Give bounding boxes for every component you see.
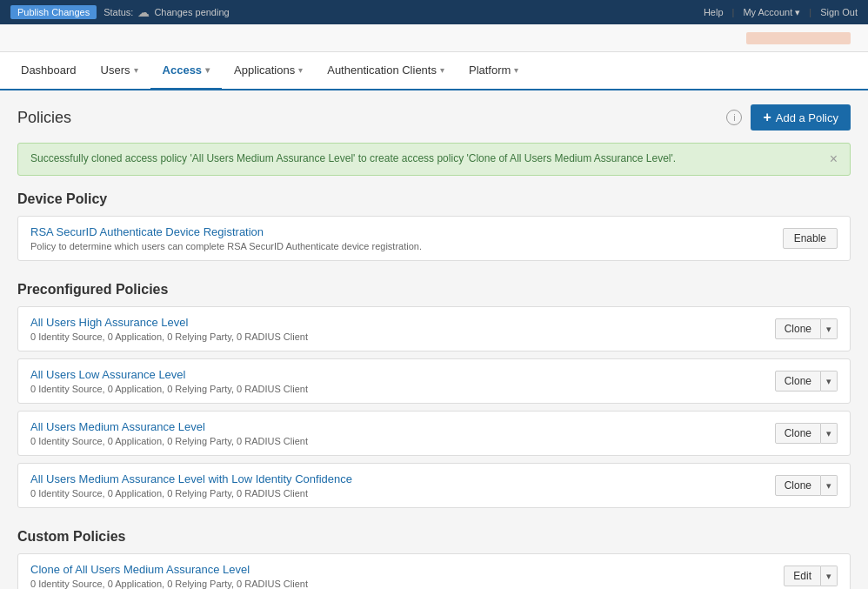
policy-action-group: Clone ▾	[775, 475, 838, 496]
chevron-down-icon: ▾	[795, 7, 800, 17]
preconfigured-policies-section: Preconfigured Policies All Users High As…	[17, 282, 851, 508]
policy-action-group: Edit ▾	[784, 566, 838, 586]
clone-button[interactable]: Clone	[775, 318, 821, 339]
branding-bar	[0, 24, 868, 52]
list-item: All Users Low Assurance Level 0 Identity…	[17, 358, 851, 404]
policy-meta: 0 Identity Source, 0 Application, 0 Rely…	[30, 436, 775, 446]
policy-info: All Users Low Assurance Level 0 Identity…	[30, 368, 775, 394]
device-policy-card: RSA SecurID Authenticate Device Registra…	[17, 216, 851, 261]
policy-name[interactable]: All Users Medium Assurance Level	[30, 420, 205, 433]
nav-item-access[interactable]: Access ▾	[150, 52, 223, 90]
policy-meta: 0 Identity Source, 0 Application, 0 Rely…	[30, 331, 775, 342]
nav-item-platform[interactable]: Platform ▾	[457, 52, 531, 90]
status-label: Status:	[103, 7, 133, 17]
main-content: Policies i + Add a Policy Successfully c…	[0, 90, 868, 589]
list-item: Clone of All Users Medium Assurance Leve…	[17, 553, 851, 589]
policy-meta: 0 Identity Source, 0 Application, 0 Rely…	[30, 579, 784, 589]
changes-label: Changes pending	[154, 7, 229, 17]
sign-out-link[interactable]: Sign Out	[820, 7, 858, 17]
info-icon[interactable]: i	[726, 110, 742, 125]
edit-dropdown-button[interactable]: ▾	[821, 566, 838, 586]
chevron-down-icon: ▾	[205, 65, 210, 75]
separator-2: |	[809, 7, 811, 17]
policy-action-group: Clone ▾	[775, 371, 838, 392]
publish-changes-button[interactable]: Publish Changes	[10, 5, 97, 19]
preconfigured-policies-title: Preconfigured Policies	[17, 282, 851, 298]
custom-policies-section: Custom Policies Clone of All Users Mediu…	[17, 529, 851, 589]
device-policy-section: Device Policy RSA SecurID Authenticate D…	[17, 191, 851, 261]
help-link[interactable]: Help	[704, 7, 724, 17]
clone-button[interactable]: Clone	[775, 475, 821, 496]
my-account-link[interactable]: My Account ▾	[743, 7, 800, 18]
policy-action-group: Clone ▾	[775, 318, 838, 339]
policy-name[interactable]: Clone of All Users Medium Assurance Leve…	[30, 563, 250, 576]
status-area: Status: ☁ Changes pending	[103, 5, 230, 19]
policy-name[interactable]: All Users Low Assurance Level	[30, 368, 185, 381]
clone-dropdown-button[interactable]: ▾	[821, 371, 838, 392]
nav-bar: Dashboard Users ▾ Access ▾ Applications …	[0, 52, 868, 90]
chevron-down-icon: ▾	[134, 65, 138, 75]
policy-info: All Users High Assurance Level 0 Identit…	[30, 316, 775, 342]
device-policy-enable-button[interactable]: Enable	[783, 228, 838, 249]
separator-1: |	[732, 7, 735, 17]
edit-button[interactable]: Edit	[784, 566, 821, 586]
policy-info: All Users Medium Assurance Level with Lo…	[30, 472, 775, 499]
device-policy-title: Device Policy	[17, 191, 851, 207]
page-title: Policies	[17, 109, 71, 127]
top-bar-left: Publish Changes Status: ☁ Changes pendin…	[10, 5, 230, 19]
clone-dropdown-button[interactable]: ▾	[821, 475, 838, 496]
custom-policies-title: Custom Policies	[17, 529, 851, 545]
policy-name[interactable]: All Users Medium Assurance Level with Lo…	[30, 472, 352, 485]
clone-button[interactable]: Clone	[775, 371, 821, 392]
chevron-down-icon: ▾	[298, 65, 303, 75]
avatar-placeholder	[746, 32, 851, 44]
chevron-down-icon: ▾	[514, 65, 518, 75]
page-header: Policies i + Add a Policy	[17, 104, 851, 131]
alert-message: Successfully cloned access policy 'All U…	[30, 152, 676, 164]
plus-icon: +	[763, 110, 771, 125]
list-item: All Users Medium Assurance Level 0 Ident…	[17, 411, 851, 456]
nav-item-users[interactable]: Users ▾	[89, 52, 150, 90]
clone-dropdown-button[interactable]: ▾	[821, 423, 838, 444]
changes-icon: ☁	[137, 5, 150, 19]
nav-item-dashboard[interactable]: Dashboard	[9, 52, 89, 90]
clone-dropdown-button[interactable]: ▾	[821, 318, 838, 339]
nav-item-authentication-clients[interactable]: Authentication Clients ▾	[315, 52, 457, 90]
policy-meta: 0 Identity Source, 0 Application, 0 Rely…	[30, 488, 775, 499]
policy-action-group: Clone ▾	[775, 423, 838, 444]
policy-meta: 0 Identity Source, 0 Application, 0 Rely…	[30, 384, 775, 394]
clone-button[interactable]: Clone	[775, 423, 821, 444]
device-policy-description: Policy to determine which users can comp…	[30, 241, 783, 251]
policy-name[interactable]: All Users High Assurance Level	[30, 316, 188, 329]
policy-info: Clone of All Users Medium Assurance Leve…	[30, 563, 784, 589]
policy-info: All Users Medium Assurance Level 0 Ident…	[30, 420, 775, 446]
list-item: All Users High Assurance Level 0 Identit…	[17, 306, 851, 351]
alert-close-button[interactable]: ×	[830, 152, 838, 166]
top-bar-right: Help | My Account ▾ | Sign Out	[704, 7, 858, 18]
list-item: All Users Medium Assurance Level with Lo…	[17, 463, 851, 508]
add-policy-button[interactable]: + Add a Policy	[751, 104, 851, 131]
chevron-down-icon: ▾	[440, 65, 444, 75]
nav-item-applications[interactable]: Applications ▾	[222, 52, 315, 90]
page-header-actions: i + Add a Policy	[726, 104, 851, 131]
top-bar: Publish Changes Status: ☁ Changes pendin…	[0, 0, 868, 24]
device-policy-name[interactable]: RSA SecurID Authenticate Device Registra…	[30, 225, 264, 238]
device-policy-info: RSA SecurID Authenticate Device Registra…	[30, 225, 783, 251]
success-alert: Successfully cloned access policy 'All U…	[17, 143, 851, 176]
